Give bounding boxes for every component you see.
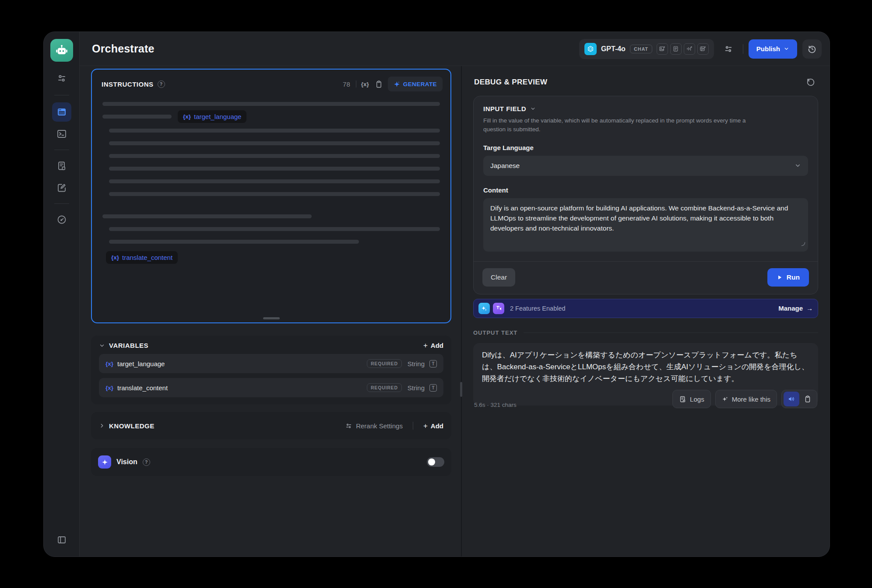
sidebar-divider (54, 203, 69, 204)
sidebar-item-orchestrate[interactable] (52, 102, 71, 122)
add-variable-button[interactable]: + Add (423, 342, 443, 349)
document-list-icon (56, 161, 67, 171)
add-knowledge-button[interactable]: + Add (423, 422, 443, 430)
variables-title: VARIABLES (109, 342, 148, 349)
output-text-value: Difyは、AIアプリケーションを構築するためのオープンソースプラットフォームで… (482, 351, 809, 383)
instructions-help-icon[interactable]: ? (158, 80, 165, 88)
sidebar-collapse-button[interactable] (52, 530, 71, 550)
audio-capability-icon (684, 43, 695, 55)
model-name: GPT-4o (601, 45, 626, 53)
panel-splitter (461, 66, 462, 556)
vision-help-icon[interactable]: ? (143, 458, 150, 466)
variable-row-target-language[interactable]: {x} target_language REQUIRED String T (99, 354, 443, 373)
skeleton-line (109, 167, 440, 171)
target-language-select[interactable]: Japanese (483, 156, 808, 176)
plus-icon: + (423, 422, 428, 430)
knowledge-title: KNOWLEDGE (109, 422, 155, 430)
copy-output-button[interactable] (800, 392, 815, 406)
version-history-button[interactable] (802, 39, 822, 59)
openai-logo-icon (584, 43, 597, 55)
required-badge: REQUIRED (367, 359, 402, 368)
orchestrate-config-panel: INSTRUCTIONS ? 78 {x} (80, 66, 461, 556)
model-capabilities (657, 43, 709, 55)
features-enabled-bar[interactable]: 2 Features Enabled Manage → (473, 299, 818, 318)
insert-variable-button[interactable]: {x} (360, 80, 370, 88)
sidebar-item-logs[interactable] (52, 156, 71, 175)
content-textarea[interactable]: Dify is an open-source platform for buil… (483, 198, 808, 252)
knowledge-section: KNOWLEDGE Rerank Settings + Add (91, 412, 451, 439)
panel-splitter-handle[interactable] (460, 382, 462, 397)
terminal-icon (56, 129, 67, 139)
sidebar-item-monitoring[interactable] (52, 210, 71, 229)
string-type-icon: T (429, 360, 437, 368)
restart-debug-button[interactable] (804, 76, 817, 89)
instructions-editor[interactable]: INSTRUCTIONS ? 78 {x} (91, 69, 451, 323)
vision-toggle[interactable] (427, 457, 444, 467)
publish-button[interactable]: Publish (749, 39, 797, 59)
logs-document-icon (679, 396, 686, 403)
more-like-this-button[interactable]: More like this (715, 390, 777, 408)
input-field-collapse[interactable]: INPUT FIELD (483, 105, 808, 112)
generate-button[interactable]: GENERATE (388, 77, 443, 91)
speaker-icon (788, 395, 795, 403)
model-parameters-button[interactable] (719, 40, 738, 58)
video-capability-icon (697, 43, 709, 55)
chevron-down-icon (530, 106, 536, 112)
textarea-resize-icon[interactable] (801, 239, 805, 249)
document-capability-icon (670, 43, 682, 55)
sidebar-divider (54, 95, 69, 95)
auto-generate-feature-icon (478, 303, 490, 314)
variable-tag-translate-content[interactable]: {x} translate_content (106, 251, 178, 264)
chevron-right-icon[interactable] (99, 423, 105, 429)
variable-braces-icon: {x} (183, 113, 191, 120)
vision-section: Vision ? (91, 448, 451, 476)
play-audio-button[interactable] (784, 392, 799, 406)
run-button[interactable]: Run (767, 268, 809, 287)
chevron-down-icon (795, 162, 801, 169)
sidebar-item-terminal[interactable] (52, 124, 71, 144)
skeleton-line (109, 227, 440, 231)
debug-panel-title: DEBUG & PREVIEW (474, 78, 804, 87)
publish-label: Publish (756, 45, 780, 52)
app-logo-robot-icon[interactable] (50, 39, 73, 62)
run-stats: 5.6s · 321 chars (474, 402, 668, 408)
arrow-right-icon: → (806, 304, 813, 312)
variable-tag-target-language[interactable]: {x} target_language (178, 110, 246, 123)
generate-label: GENERATE (403, 81, 437, 88)
vision-label: Vision (116, 458, 137, 466)
output-text-label: OUTPUT TEXT (473, 329, 517, 336)
preferences-sliders-icon (56, 73, 67, 84)
manage-features-button[interactable]: Manage → (778, 304, 813, 312)
knowledge-divider (413, 422, 413, 430)
sidebar (44, 32, 80, 556)
gauge-icon (56, 214, 67, 225)
chevron-down-icon (784, 46, 789, 52)
skeleton-line (109, 179, 440, 183)
sidebar-item-annotation[interactable] (52, 178, 71, 197)
plus-icon: + (423, 342, 428, 349)
clear-button[interactable]: Clear (482, 268, 515, 287)
chevron-down-icon[interactable] (99, 343, 105, 349)
tune-sliders-icon (724, 44, 733, 54)
sparkle-icon (722, 396, 728, 402)
toolbar-divider (356, 80, 356, 88)
logs-button[interactable]: Logs (672, 390, 711, 408)
rerank-settings-button[interactable]: Rerank Settings (345, 422, 403, 430)
top-header: Orchestrate GPT-4o CHAT (80, 32, 830, 66)
input-field-card: INPUT FIELD Fill in the value of the var… (473, 96, 818, 294)
string-type-icon: T (429, 384, 437, 392)
page-title: Orchestrate (92, 42, 574, 55)
variable-row-translate-content[interactable]: {x} translate_content REQUIRED String T (99, 378, 443, 397)
skeleton-line (102, 214, 312, 218)
debug-preview-panel: DEBUG & PREVIEW INPUT FIELD (462, 66, 830, 556)
collapse-panel-icon (56, 535, 67, 545)
sidebar-item-settings[interactable] (52, 69, 71, 88)
skeleton-line (102, 115, 172, 119)
output-audio-actions (781, 390, 817, 408)
instructions-title: INSTRUCTIONS (102, 80, 154, 88)
instructions-resize-handle[interactable] (263, 317, 280, 319)
model-selector[interactable]: GPT-4o CHAT (579, 39, 714, 59)
features-enabled-label: 2 Features Enabled (510, 305, 775, 312)
app-window: Orchestrate GPT-4o CHAT (43, 32, 830, 557)
copy-prompt-button[interactable] (374, 79, 384, 89)
